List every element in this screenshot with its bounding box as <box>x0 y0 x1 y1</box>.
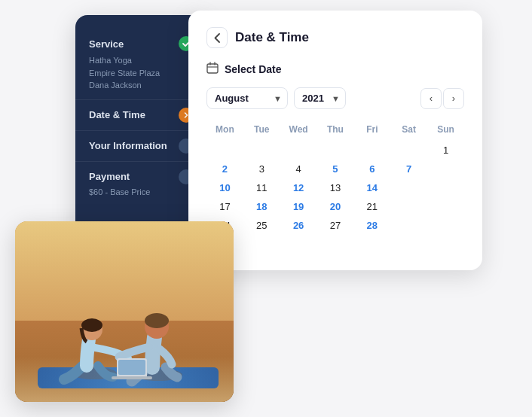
calendar-week-3: 1718192021 <box>206 197 464 216</box>
month-year-row: August September October ▼ 2021 2022 ▼ ‹… <box>206 87 464 109</box>
sidebar-payment-title: Payment <box>89 171 130 182</box>
cal-day-empty <box>280 235 317 254</box>
cal-day-empty <box>427 178 464 197</box>
svg-rect-9 <box>112 376 152 379</box>
scene: Service Hatha YogaEmpire State PlazaDana… <box>0 0 532 417</box>
calendar-week-4: 2425262728 <box>206 216 464 235</box>
cal-day-21[interactable]: 21 <box>353 197 390 216</box>
sidebar-section-payment[interactable]: Payment $60 - Base Price <box>75 162 207 204</box>
cal-day-17[interactable]: 17 <box>206 197 243 216</box>
svg-rect-8 <box>118 360 145 375</box>
weekday-mon: Mon <box>206 121 243 141</box>
month-select[interactable]: August September October <box>206 87 288 109</box>
sidebar-section-datetime[interactable]: Date & Time <box>75 100 207 131</box>
cal-day-26[interactable]: 26 <box>280 216 317 235</box>
cal-day-2[interactable]: 2 <box>206 160 243 178</box>
sidebar-datetime-title: Date & Time <box>89 109 145 120</box>
select-date-row: Select Date <box>206 62 464 77</box>
calendar-title: Date & Time <box>235 30 309 45</box>
cal-day-4[interactable]: 4 <box>280 160 317 178</box>
sidebar-service-title: Service <box>89 38 124 50</box>
cal-day-empty <box>353 235 390 254</box>
cal-day-3[interactable]: 3 <box>243 160 280 178</box>
cal-day-1[interactable]: 1 <box>427 141 464 160</box>
calendar-week-5: 31 <box>206 235 464 254</box>
sidebar-card: Service Hatha YogaEmpire State PlazaDana… <box>75 15 207 233</box>
year-select[interactable]: 2021 2022 <box>294 87 346 109</box>
calendar-week-2: 1011121314 <box>206 178 464 197</box>
cal-day-empty <box>317 141 354 160</box>
calendar-grid: MonTueWedThuFriSatSun 123456710111213141… <box>206 121 464 254</box>
nav-buttons: ‹ › <box>420 88 464 109</box>
svg-point-3 <box>81 318 102 332</box>
cal-day-empty <box>427 160 464 178</box>
month-dropdown-wrapper[interactable]: August September October ▼ <box>206 87 288 109</box>
cal-day-empty <box>317 235 354 254</box>
back-button[interactable] <box>206 27 228 48</box>
weekday-sun: Sun <box>427 121 464 141</box>
cal-day-empty <box>390 235 427 254</box>
photo-card <box>15 221 234 402</box>
cal-day-19[interactable]: 19 <box>280 197 317 216</box>
cal-day-empty <box>243 141 280 160</box>
cal-day-10[interactable]: 10 <box>206 178 243 197</box>
weekday-header-row: MonTueWedThuFriSatSun <box>206 121 464 141</box>
weekday-wed: Wed <box>280 121 317 141</box>
cal-day-27[interactable]: 27 <box>317 216 354 235</box>
cal-day-empty <box>390 178 427 197</box>
calendar-week-1: 234567 <box>206 160 464 178</box>
sidebar-section-info[interactable]: Your Information <box>75 131 207 162</box>
cal-day-18[interactable]: 18 <box>243 197 280 216</box>
cal-day-empty <box>353 141 390 160</box>
cal-day-28[interactable]: 28 <box>353 216 390 235</box>
sidebar-section-service: Service Hatha YogaEmpire State PlazaDana… <box>75 29 207 100</box>
year-dropdown-wrapper[interactable]: 2021 2022 ▼ <box>294 87 346 109</box>
cal-day-empty <box>390 141 427 160</box>
cal-day-13[interactable]: 13 <box>317 178 354 197</box>
cal-day-empty <box>390 216 427 235</box>
calendar-header: Date & Time <box>206 27 464 48</box>
calendar-body: 123456710111213141718192021242526272831 <box>206 141 464 254</box>
weekday-thu: Thu <box>317 121 354 141</box>
cal-day-14[interactable]: 14 <box>353 178 390 197</box>
cal-day-empty <box>280 141 317 160</box>
svg-rect-0 <box>207 64 218 73</box>
sidebar-payment-price: $60 - Base Price <box>89 187 194 196</box>
next-month-button[interactable]: › <box>443 88 464 109</box>
weekday-fri: Fri <box>353 121 390 141</box>
cal-day-empty <box>427 235 464 254</box>
calendar-week-0: 1 <box>206 141 464 160</box>
svg-point-6 <box>145 313 169 328</box>
people-svg <box>38 253 219 388</box>
cal-day-empty <box>390 197 427 216</box>
cal-day-25[interactable]: 25 <box>243 216 280 235</box>
sidebar-service-sub: Hatha YogaEmpire State PlazaDana Jackson <box>89 54 194 92</box>
cal-day-5[interactable]: 5 <box>317 160 354 178</box>
cal-day-11[interactable]: 11 <box>243 178 280 197</box>
cal-day-empty <box>206 141 243 160</box>
cal-day-20[interactable]: 20 <box>317 197 354 216</box>
cal-day-6[interactable]: 6 <box>353 160 390 178</box>
sidebar-info-title: Your Information <box>89 140 167 151</box>
calendar-icon <box>206 62 219 77</box>
cal-day-12[interactable]: 12 <box>280 178 317 197</box>
cal-day-7[interactable]: 7 <box>390 160 427 178</box>
cal-day-empty <box>243 235 280 254</box>
cal-day-empty <box>427 197 464 216</box>
yoga-image <box>15 221 234 402</box>
prev-month-button[interactable]: ‹ <box>420 88 442 109</box>
cal-day-empty <box>427 216 464 235</box>
weekday-tue: Tue <box>243 121 280 141</box>
select-date-label: Select Date <box>225 63 281 75</box>
weekday-sat: Sat <box>390 121 427 141</box>
